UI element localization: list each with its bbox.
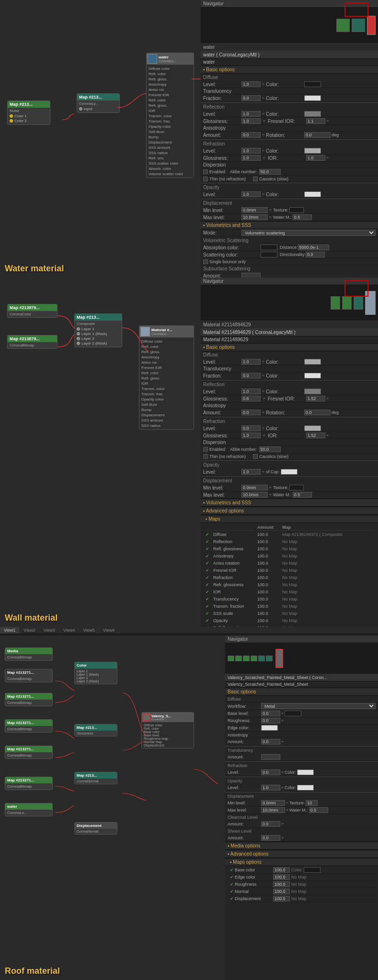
absorption-color-swatch[interactable] [261, 245, 277, 250]
roof-refr-color-swatch[interactable] [297, 769, 314, 775]
wall-diffuse-color-swatch[interactable] [304, 359, 321, 365]
wall-refr-ior-input[interactable] [306, 433, 325, 438]
roof-disp-min-input[interactable] [261, 800, 285, 806]
refl-level-input[interactable] [241, 111, 261, 117]
wall-aniso-rotation-input[interactable] [304, 410, 331, 415]
roof-media-options-header[interactable]: ▪ Media options [225, 842, 378, 850]
disp-texture-swatch[interactable] [289, 207, 304, 213]
roof-mid-node-1[interactable]: Color Layer 1 Layer 1 (Mask) Layer 2 Lay… [74, 662, 117, 684]
refr-color-swatch[interactable] [304, 148, 321, 154]
tab-view1[interactable]: View1 [0, 627, 20, 634]
roof-mid-node-4[interactable]: Displacement CoronaNormal [74, 822, 117, 835]
roof-refr-level-input[interactable] [261, 769, 280, 775]
diffuse-color-swatch[interactable] [304, 81, 321, 87]
roof-opacity-color-swatch[interactable] [297, 785, 314, 791]
roof-mid-node-2[interactable]: Map #213... Glossiness [74, 724, 117, 736]
roof-translucency-amount-input[interactable] [261, 754, 280, 760]
thin-refract-checkbox[interactable] [203, 177, 208, 181]
wall-disp-texture-swatch[interactable] [289, 485, 304, 490]
aniso-rotation-input[interactable] [304, 132, 331, 138]
water-main-node[interactable]: water CoronaLe... Diffuse color Refl. co… [146, 53, 194, 178]
roof-aniso-amount-input[interactable] [261, 739, 280, 745]
dispersion-enabled-checkbox[interactable] [203, 169, 208, 174]
tab-view4[interactable]: View4 [59, 627, 79, 634]
basic-options-header[interactable]: ▪ Basic options [201, 66, 378, 74]
translucency-fraction-input[interactable] [241, 95, 261, 101]
fresnel-ior-input[interactable] [306, 118, 325, 124]
roof-base-color-swatch[interactable] [285, 711, 301, 716]
tab-view5[interactable]: View5 [79, 627, 99, 634]
roof-disp-texture-input[interactable] [306, 800, 318, 806]
opacity-level-input[interactable] [241, 191, 261, 197]
wall-abbe-number-input[interactable] [259, 446, 281, 452]
wall-basic-options-header[interactable]: ▪ Basic options [201, 343, 378, 351]
corona-bitmap-node1[interactable]: Map #213879... CoronaBitmap [7, 335, 57, 349]
tab-view3[interactable]: View3 [40, 627, 59, 634]
wall-advanced-header[interactable]: ▪ Advanced options [201, 507, 378, 515]
water-m-input[interactable] [293, 214, 312, 220]
wall-refl-level-input[interactable] [241, 389, 261, 394]
translucency-color-swatch[interactable] [304, 95, 321, 101]
volumetrics-header[interactable]: ▪ Volumetrics and SSS [201, 221, 378, 229]
roof-map-base-color-swatch[interactable] [304, 867, 321, 873]
refr-gloss-input[interactable] [241, 155, 261, 161]
disp-min-input[interactable] [241, 207, 268, 213]
wall-refl-color-swatch[interactable] [304, 389, 321, 394]
roof-maps-options-header[interactable]: ▪ Maps options [225, 858, 378, 866]
roof-node-1[interactable]: Media CoronaBitmap [5, 647, 53, 661]
single-bounce-checkbox[interactable] [203, 259, 208, 264]
distance-input[interactable] [298, 245, 329, 250]
scattering-color-swatch[interactable] [261, 252, 277, 257]
composite-node[interactable]: Map #213... Composite Layer 1 Layer 1 (M… [74, 313, 122, 347]
caustics-slow-checkbox[interactable] [253, 177, 258, 181]
refl-color-swatch[interactable] [304, 111, 321, 117]
wall-refr-level-input[interactable] [241, 425, 261, 431]
roof-node-6[interactable]: Map #213271... CoronaBitmap [5, 777, 53, 790]
roof-workflow-select[interactable]: Metal Specular [261, 703, 376, 709]
wall-refr-color-swatch[interactable] [304, 425, 321, 431]
abbe-number-input[interactable] [259, 169, 281, 175]
wall-disp-max-input[interactable] [241, 492, 268, 498]
roof-node-5[interactable]: Map #213271... CoronaBitmap [5, 746, 53, 759]
wall-fresnel-ior-input[interactable] [306, 396, 325, 401]
wall-refr-gloss-input[interactable] [241, 433, 261, 438]
wall-volumetrics-header[interactable]: ▪ Volumetrics and SSS [201, 499, 378, 507]
roof-advanced-options-header[interactable]: ▪ Advanced options [225, 850, 378, 858]
roof-edge-color-swatch[interactable] [261, 725, 278, 731]
sss-amount-input[interactable] [241, 273, 261, 278]
vol-mode-select[interactable]: Volumetric scattering [241, 230, 376, 236]
wall-opacity-level-input[interactable] [241, 469, 261, 475]
wall-refl-gloss-input[interactable] [241, 396, 261, 401]
wall-caustics-slow-checkbox[interactable] [253, 454, 258, 459]
roof-disp-max-input[interactable] [261, 807, 285, 813]
wall-maps-header[interactable]: ▪ Maps [201, 515, 378, 523]
roof-map-base-color-input[interactable] [273, 867, 290, 873]
directionality-input[interactable] [306, 252, 325, 257]
roof-map-displacement-input[interactable] [273, 896, 290, 902]
corona-color-node1[interactable]: Map #213879... CoronaColor [7, 304, 57, 318]
wall-diffuse-level-input[interactable] [241, 359, 261, 365]
wall-dispersion-checkbox[interactable] [203, 447, 208, 452]
roof-clearcoat-input[interactable] [261, 821, 280, 827]
refr-level-input[interactable] [241, 148, 261, 154]
wall-main-node[interactable]: Material #... CoronaLe... Diffuse color … [139, 325, 194, 430]
wall-water-m-input[interactable] [293, 492, 312, 498]
map213-node[interactable]: Map #213... CoronaLy... input [77, 93, 120, 113]
roof-map-roughness-input[interactable] [273, 881, 290, 887]
wall-aniso-amount-input[interactable] [241, 410, 261, 415]
wall-translucency-color-swatch[interactable] [304, 373, 321, 379]
refr-ior-input[interactable] [306, 155, 325, 161]
roof-basic-options-header[interactable]: Basic options [225, 688, 378, 696]
wall-opacity-color-swatch[interactable] [281, 469, 298, 475]
wall-disp-min-input[interactable] [241, 485, 268, 490]
tab-view6[interactable]: View6 [99, 627, 119, 634]
roof-roughness-input[interactable] [261, 718, 280, 724]
roof-main-node[interactable]: Valency_S... CoronaLe... Diffuse color R… [141, 712, 194, 748]
roof-opacity-level-input[interactable] [261, 785, 280, 791]
noise-node[interactable]: Map #213... Noise Color 1 Color 2 [7, 100, 50, 125]
roof-node-2[interactable]: Map #213271... CoronaBitmap [5, 669, 53, 682]
roof-node-4[interactable]: Map #213271... CoronaBitmap [5, 719, 53, 733]
opacity-color-swatch[interactable] [304, 191, 321, 197]
roof-map-normal-input[interactable] [273, 889, 290, 894]
roof-sheen-input[interactable] [261, 835, 280, 841]
